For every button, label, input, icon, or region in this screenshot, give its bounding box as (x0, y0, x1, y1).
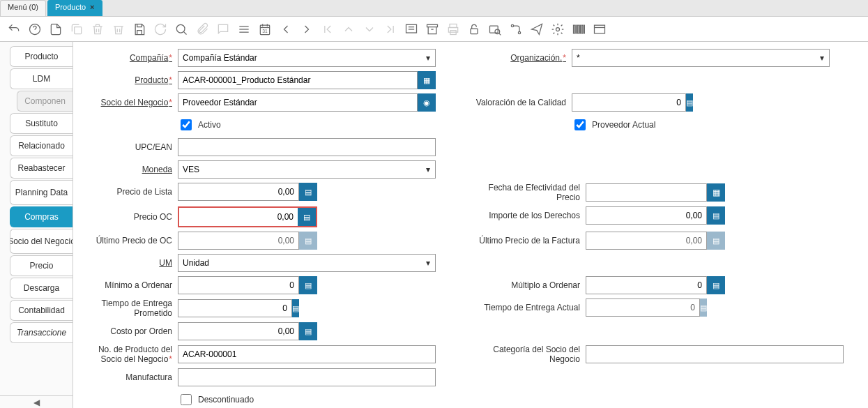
producto-input[interactable] (178, 71, 418, 89)
sidebar-item-componen[interactable]: Componen (17, 91, 73, 112)
sidebar-item-contabilidad[interactable]: Contabilidad (10, 300, 73, 321)
importe-der-input[interactable] (586, 206, 707, 225)
sidebar-item-transacciones[interactable]: Transaccione (10, 322, 73, 343)
manufactura-input[interactable] (178, 368, 436, 386)
proveedor-actual-checkbox[interactable]: Proveedor Actual (572, 117, 655, 133)
socio-picker[interactable]: ◉ (178, 93, 436, 112)
costo-orden-field[interactable]: ▤ (178, 322, 317, 340)
min-ordenar-field[interactable]: ▤ (178, 276, 317, 294)
valoracion-field[interactable]: ▤ (572, 93, 641, 112)
sidebar-item-socio[interactable]: Socio del Negocio (10, 229, 73, 254)
chevron-down-icon[interactable]: ▾ (814, 49, 830, 67)
prev-icon[interactable] (277, 21, 294, 38)
calc-icon[interactable]: ▤ (299, 276, 317, 294)
undo-icon[interactable] (6, 21, 22, 38)
no-prod-socio-input[interactable] (178, 345, 436, 363)
up-icon (340, 21, 357, 38)
calc-icon[interactable]: ▤ (707, 206, 725, 225)
grid-icon[interactable] (236, 21, 252, 38)
sidebar-item-producto[interactable]: Producto (10, 46, 73, 67)
tiempo-prom-field[interactable]: ▤ (178, 299, 254, 317)
sidebar-item-descarga[interactable]: Descarga (10, 278, 73, 299)
precio-oc-field[interactable]: ▤ (178, 206, 317, 227)
importe-der-field[interactable]: ▤ (586, 206, 725, 225)
cat-socio-input[interactable] (586, 345, 844, 363)
help-icon[interactable] (26, 21, 43, 38)
sidebar-item-reabastecer[interactable]: Reabastecer (10, 158, 73, 179)
sidebar-item-ldm[interactable]: LDM (10, 68, 73, 89)
organizacion-select[interactable]: ▾ (572, 49, 830, 67)
sidebar-item-sustituto[interactable]: Sustituto (10, 113, 73, 134)
next-icon[interactable] (298, 21, 315, 38)
workflow-icon[interactable] (508, 21, 524, 38)
label-tiempo-prom: Tiempo de Entrega Prometido (80, 299, 178, 318)
archive-icon[interactable] (424, 21, 441, 38)
chevron-down-icon[interactable]: ▾ (420, 254, 436, 272)
zoom-icon[interactable] (487, 21, 503, 38)
info-icon[interactable] (591, 21, 608, 38)
sidebar-item-planning[interactable]: Planning Data (10, 180, 73, 205)
gear-icon[interactable] (549, 21, 566, 38)
moneda-input[interactable] (178, 160, 436, 179)
calc-icon[interactable]: ▤ (298, 208, 316, 226)
compania-select[interactable]: ▾ (178, 49, 436, 67)
save-icon[interactable] (131, 21, 148, 38)
mult-ordenar-field[interactable]: ▤ (586, 276, 725, 294)
close-icon[interactable]: × (90, 3, 94, 11)
activo-checkbox[interactable]: Activo (178, 117, 221, 133)
socio-lookup-icon[interactable]: ◉ (418, 93, 436, 112)
provactual-cb[interactable] (574, 119, 586, 130)
svg-rect-29 (584, 25, 585, 33)
svg-point-2 (176, 24, 185, 33)
valoracion-input[interactable] (572, 93, 686, 112)
tab-producto[interactable]: Producto× (47, 0, 102, 16)
costo-orden-input[interactable] (178, 322, 299, 340)
chevron-down-icon[interactable]: ▾ (420, 160, 436, 179)
label-ult-precio-oc: Último Precio de OC (80, 236, 178, 245)
print-icon (445, 21, 462, 38)
collapse-sidebar-icon[interactable]: ◀ (0, 395, 73, 408)
precio-oc-input[interactable] (179, 208, 298, 226)
chevron-down-icon[interactable]: ▾ (420, 49, 436, 67)
calendar-icon[interactable]: 31 (257, 21, 273, 38)
calc-icon[interactable]: ▤ (299, 322, 317, 340)
fecha-efect-input[interactable] (586, 183, 707, 202)
barcode-icon[interactable] (570, 21, 587, 38)
min-ordenar-input[interactable] (178, 276, 299, 294)
um-input[interactable] (178, 254, 436, 272)
send-icon[interactable] (528, 21, 545, 38)
um-select[interactable]: ▾ (178, 254, 436, 272)
sidebar-item-precio[interactable]: Precio (10, 255, 73, 276)
calc-icon: ▤ (700, 299, 707, 317)
fecha-efect-field[interactable]: ▦ (586, 183, 725, 202)
calc-icon: ▤ (299, 232, 317, 250)
calc-icon[interactable]: ▤ (707, 276, 725, 294)
precio-lista-field[interactable]: ▤ (178, 183, 317, 201)
calc-icon[interactable]: ▤ (686, 93, 693, 112)
search-icon[interactable] (173, 21, 190, 38)
tab-menu[interactable]: Menú (0) (0, 0, 46, 16)
sidebar-item-compras[interactable]: Compras (10, 206, 73, 227)
svg-rect-27 (580, 25, 581, 33)
calc-icon[interactable]: ▤ (299, 183, 317, 201)
producto-picker[interactable]: ▦ (178, 71, 436, 89)
lock-icon[interactable] (466, 21, 482, 38)
tiempo-prom-input[interactable] (178, 299, 292, 317)
precio-lista-input[interactable] (178, 183, 299, 201)
descont-cb[interactable] (181, 394, 192, 405)
moneda-select[interactable]: ▾ (178, 160, 436, 179)
copy-icon (68, 21, 85, 38)
compania-input[interactable] (178, 49, 436, 67)
calc-icon[interactable]: ▤ (292, 299, 299, 317)
new-icon[interactable] (47, 21, 64, 38)
mult-ordenar-input[interactable] (586, 276, 707, 294)
upc-input[interactable] (178, 138, 436, 156)
producto-lookup-icon[interactable]: ▦ (418, 71, 436, 89)
organizacion-input[interactable] (572, 49, 830, 67)
activo-cb[interactable] (181, 119, 192, 130)
descontinuado-checkbox[interactable]: Descontinuado (178, 392, 254, 407)
calendar-icon[interactable]: ▦ (707, 183, 725, 202)
socio-input[interactable] (178, 93, 418, 112)
report-icon[interactable] (403, 21, 420, 38)
sidebar-item-relacionado[interactable]: Relacionado (10, 135, 73, 156)
